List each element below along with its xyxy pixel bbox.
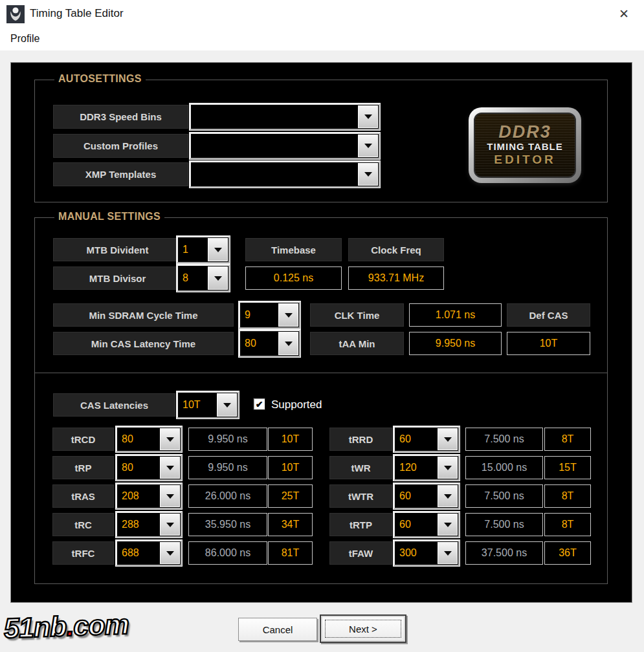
ddr3-speed-bins-dropdown[interactable] (190, 103, 380, 130)
close-icon[interactable]: ✕ (610, 4, 638, 25)
trtp-label: tRTP (329, 513, 392, 536)
twr-ns-value: 15.000 ns (465, 456, 543, 479)
min-cas-latency-time-label: Min CAS Latency Time (53, 332, 234, 355)
trcd-t-value: 10T (268, 428, 313, 451)
autosettings-legend: AUTOSETTINGS (54, 73, 146, 85)
dropdown-button[interactable] (438, 428, 458, 450)
trfc-dropdown[interactable]: 688 (116, 540, 182, 566)
dropdown-button[interactable] (160, 514, 180, 536)
chevron-down-icon (214, 248, 222, 252)
trp-label: tRP (52, 456, 114, 479)
chevron-down-icon (444, 494, 452, 499)
dropdown-button[interactable] (208, 238, 228, 261)
timebase-value: 0.125 ns (245, 266, 342, 290)
app-icon (6, 5, 25, 23)
next-button[interactable]: Next > (322, 617, 404, 640)
title-bar: Timing Table Editor ✕ (0, 0, 644, 29)
dropdown-button[interactable] (438, 542, 458, 564)
chevron-down-icon (444, 466, 452, 470)
tras-dropdown[interactable]: 208 (116, 483, 182, 509)
chevron-down-icon (364, 144, 372, 148)
cancel-button[interactable]: Cancel (238, 618, 317, 641)
trfc-t-value: 81T (268, 541, 313, 565)
def-cas-value: 10T (507, 332, 590, 355)
dropdown-button[interactable] (358, 163, 378, 186)
xmp-templates-label: XMP Templates (53, 162, 188, 186)
trc-dropdown[interactable]: 288 (116, 512, 182, 538)
chevron-down-icon (364, 172, 372, 177)
chevron-down-icon (166, 494, 174, 499)
chevron-down-icon (285, 342, 293, 346)
twtr-t-value: 8T (544, 484, 591, 508)
twtr-dropdown[interactable]: 60 (394, 483, 460, 509)
timebase-header: Timebase (245, 238, 342, 261)
twtr-ns-value: 7.500 ns (465, 484, 543, 508)
window-title: Timing Table Editor (30, 7, 124, 20)
custom-profiles-label: Custom Profiles (53, 134, 188, 158)
min-cas-latency-time-dropdown[interactable]: 80 (239, 330, 300, 357)
trrd-t-value: 8T (544, 428, 591, 451)
dropdown-button[interactable] (278, 332, 298, 355)
cas-latencies-dropdown[interactable]: 10T (177, 391, 239, 418)
tras-ns-value: 26.000 ns (188, 484, 267, 508)
mtb-divisor-label: MTB Divisor (53, 266, 182, 290)
badge-line2: TIMING TABLE (487, 141, 563, 153)
dropdown-button[interactable] (358, 105, 378, 128)
dropdown-button[interactable] (438, 485, 458, 507)
trp-dropdown[interactable]: 80 (116, 455, 182, 481)
twr-dropdown[interactable]: 120 (394, 455, 460, 481)
min-sdram-cycle-time-label: Min SDRAM Cycle Time (53, 303, 234, 327)
custom-profiles-dropdown[interactable] (190, 133, 380, 159)
dropdown-button[interactable] (438, 514, 458, 536)
trcd-label: tRCD (52, 428, 114, 451)
tras-t-value: 25T (268, 484, 313, 508)
badge-line1: DDR3 (498, 124, 551, 141)
dropdown-button[interactable] (438, 457, 458, 479)
chevron-down-icon (166, 523, 174, 527)
trrd-label: tRRD (329, 428, 392, 451)
watermark: 51nb.com (3, 609, 129, 645)
trtp-dropdown[interactable]: 60 (394, 512, 460, 538)
chevron-down-icon (214, 276, 222, 281)
dropdown-button[interactable] (217, 393, 237, 417)
mtb-divident-dropdown[interactable]: 1 (177, 236, 230, 263)
dropdown-button[interactable] (160, 485, 180, 507)
chevron-down-icon (444, 437, 452, 442)
twtr-label: tWTR (329, 484, 392, 508)
supported-checkbox[interactable]: ✔ (253, 398, 265, 410)
trc-ns-value: 35.950 ns (188, 513, 267, 536)
xmp-templates-dropdown[interactable] (190, 161, 380, 188)
dropdown-button[interactable] (208, 266, 228, 290)
trtp-t-value: 8T (544, 513, 591, 536)
clk-time-label: CLK Time (310, 303, 404, 327)
trrd-ns-value: 7.500 ns (465, 428, 543, 451)
dropdown-button[interactable] (160, 542, 180, 564)
clk-time-value: 1.071 ns (409, 303, 502, 327)
trrd-dropdown[interactable]: 60 (394, 426, 460, 452)
dropdown-button[interactable] (278, 303, 298, 327)
chevron-down-icon (364, 114, 372, 119)
clock-freq-value: 933.71 MHz (348, 266, 444, 290)
supported-label: Supported (271, 398, 322, 411)
def-cas-header: Def CAS (507, 303, 590, 327)
twr-label: tWR (329, 456, 392, 479)
trc-t-value: 34T (268, 513, 313, 536)
trcd-dropdown[interactable]: 80 (116, 426, 182, 452)
chevron-down-icon (166, 437, 174, 442)
min-sdram-cycle-time-dropdown[interactable]: 9 (239, 301, 300, 329)
chevron-down-icon (166, 466, 174, 470)
tras-label: tRAS (52, 484, 114, 508)
cas-latencies-label: CAS Latencies (53, 393, 175, 417)
chevron-down-icon (166, 551, 174, 556)
chevron-down-icon (285, 313, 293, 318)
dropdown-button[interactable] (160, 457, 180, 479)
trfc-label: tRFC (52, 541, 114, 565)
trp-t-value: 10T (268, 456, 313, 479)
tfaw-dropdown[interactable]: 300 (394, 540, 460, 566)
tfaw-label: tFAW (329, 541, 392, 565)
dropdown-button[interactable] (358, 135, 378, 157)
mtb-divisor-dropdown[interactable]: 8 (177, 265, 230, 292)
taa-min-label: tAA Min (310, 332, 404, 355)
dropdown-button[interactable] (160, 428, 180, 450)
menu-item-profile[interactable]: Profile (8, 32, 42, 46)
